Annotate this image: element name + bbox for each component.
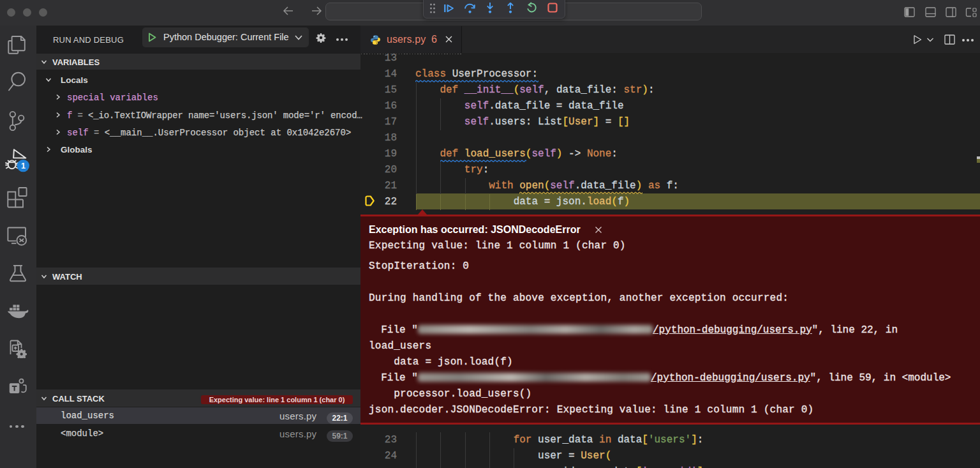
svg-text:1: 1: [21, 162, 26, 170]
